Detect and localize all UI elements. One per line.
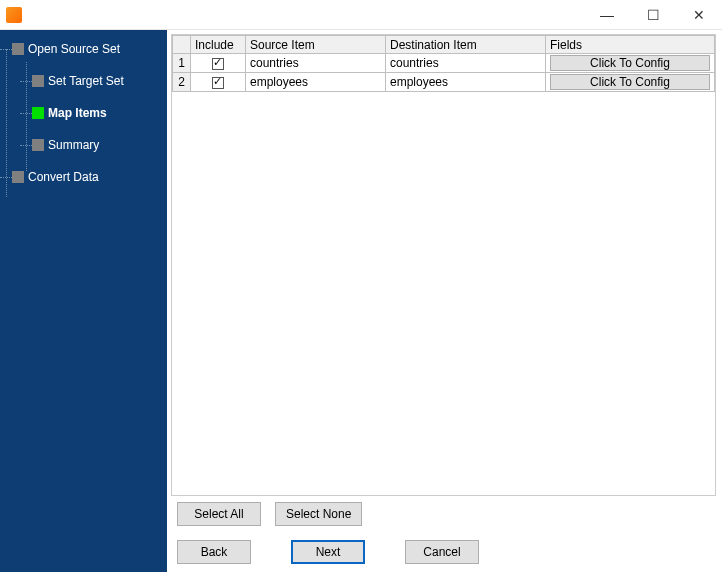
minimize-button[interactable]: —: [584, 0, 630, 30]
sidebar-item-label: Open Source Set: [28, 42, 120, 56]
source-item-cell[interactable]: employees: [246, 73, 386, 92]
back-button[interactable]: Back: [177, 540, 251, 564]
window-controls: — ☐ ✕: [584, 0, 722, 30]
fields-cell: Click To Config: [546, 54, 715, 73]
fields-cell: Click To Config: [546, 73, 715, 92]
close-button[interactable]: ✕: [676, 0, 722, 30]
sidebar-item-open-source-set[interactable]: Open Source Set: [0, 38, 167, 60]
tree-node-icon: [12, 43, 24, 55]
source-item-cell[interactable]: countries: [246, 54, 386, 73]
sidebar-item-label: Convert Data: [28, 170, 99, 184]
table-row: 2employeesemployeesClick To Config: [173, 73, 715, 92]
tree-node-icon: [12, 171, 24, 183]
titlebar: — ☐ ✕: [0, 0, 722, 30]
destination-item-cell[interactable]: employees: [386, 73, 546, 92]
select-none-button[interactable]: Select None: [275, 502, 362, 526]
row-number: 2: [173, 73, 191, 92]
sidebar-item-label: Summary: [48, 138, 99, 152]
app-icon: [6, 7, 22, 23]
select-all-button[interactable]: Select All: [177, 502, 261, 526]
sidebar-item-label: Map Items: [48, 106, 107, 120]
include-cell: [191, 73, 246, 92]
config-fields-button[interactable]: Click To Config: [550, 74, 710, 90]
sidebar-item-label: Set Target Set: [48, 74, 124, 88]
include-checkbox[interactable]: [212, 58, 224, 70]
row-number: 1: [173, 54, 191, 73]
sidebar-item-map-items[interactable]: Map Items: [0, 102, 167, 124]
cancel-button[interactable]: Cancel: [405, 540, 479, 564]
config-fields-button[interactable]: Click To Config: [550, 55, 710, 71]
col-header-source[interactable]: Source Item: [246, 36, 386, 54]
col-header-rownum: [173, 36, 191, 54]
col-header-include[interactable]: Include: [191, 36, 246, 54]
tree-node-icon: [32, 75, 44, 87]
maximize-button[interactable]: ☐: [630, 0, 676, 30]
sidebar-item-summary[interactable]: Summary: [0, 134, 167, 156]
col-header-destination[interactable]: Destination Item: [386, 36, 546, 54]
sidebar-item-set-target-set[interactable]: Set Target Set: [0, 70, 167, 92]
items-grid: Include Source Item Destination Item Fie…: [171, 34, 716, 496]
col-header-fields[interactable]: Fields: [546, 36, 715, 54]
sidebar-item-convert-data[interactable]: Convert Data: [0, 166, 167, 188]
wizard-sidebar: Open Source SetSet Target SetMap ItemsSu…: [0, 30, 167, 572]
table-row: 1countriescountriesClick To Config: [173, 54, 715, 73]
include-checkbox[interactable]: [212, 77, 224, 89]
next-button[interactable]: Next: [291, 540, 365, 564]
include-cell: [191, 54, 246, 73]
main-panel: Include Source Item Destination Item Fie…: [167, 30, 722, 572]
tree-node-icon: [32, 107, 44, 119]
tree-node-icon: [32, 139, 44, 151]
destination-item-cell[interactable]: countries: [386, 54, 546, 73]
